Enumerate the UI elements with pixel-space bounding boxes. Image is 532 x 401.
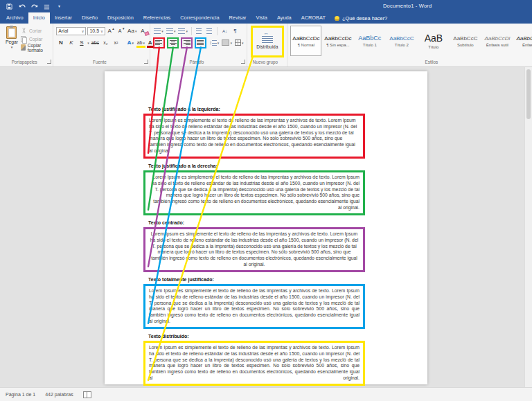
tab-diseño[interactable]: Diseño (77, 12, 103, 24)
tab-inicio[interactable]: Inicio (28, 12, 50, 24)
style--normal[interactable]: AaBbCcDc¶ Normal (290, 26, 321, 56)
vertical-scrollbar[interactable] (524, 67, 532, 387)
underline-button[interactable]: S (77, 38, 86, 47)
tab-vista[interactable]: Vista (251, 12, 272, 24)
increase-indent-icon (206, 28, 212, 34)
copy-label: Copiar (29, 37, 42, 42)
copy-icon (21, 36, 27, 42)
shading-icon (222, 39, 229, 46)
grow-font-button[interactable]: A▲ (107, 26, 116, 35)
format-painter-label: Copiar formato (28, 43, 51, 53)
tab-ayuda[interactable]: Ayuda (272, 12, 296, 24)
align-center-button[interactable] (168, 39, 177, 47)
clear-formatting-button[interactable]: A (138, 26, 147, 35)
style-sample: AaBbCcDc (292, 35, 319, 42)
align-justify-button[interactable] (196, 39, 205, 47)
tab-insertar[interactable]: Insertar (50, 12, 77, 24)
numbered-list-icon (166, 28, 173, 34)
title-bar: ▾ Documento1 - Word (0, 0, 532, 12)
distribuida-button[interactable]: Distribuida (253, 28, 282, 55)
numbering-button[interactable]: ▾ (166, 26, 177, 35)
proofing-icon[interactable] (83, 391, 91, 398)
shrink-font-button[interactable]: A▼ (117, 26, 126, 35)
borders-button[interactable]: ▾ (234, 38, 245, 47)
align-right-button[interactable] (182, 39, 191, 47)
align-left-button[interactable] (154, 39, 163, 47)
tab-correspondencia[interactable]: Correspondencia (175, 12, 224, 24)
style-sample: AaB (425, 33, 443, 44)
window-title: Documento1 - Word (383, 3, 432, 9)
word-count[interactable]: 442 palabras (45, 392, 73, 397)
tab-referencias[interactable]: Referencias (139, 12, 175, 24)
dialog-launcher-icon[interactable] (241, 60, 245, 64)
style-sample: AaBbCcDc (324, 35, 351, 42)
font-name-combo[interactable]: Arial∨ (56, 27, 86, 35)
subscript-button[interactable]: x₂ (101, 38, 110, 47)
style-énfasis[interactable]: AaBbCcDiÉnfasis (513, 26, 532, 56)
show-marks-button[interactable]: ¶ (231, 26, 240, 35)
font-size-combo[interactable]: 10,5∨ (87, 27, 105, 35)
tab-acrobat[interactable]: ACROBAT (296, 12, 330, 24)
scissors-icon (21, 28, 27, 34)
distribuida-highlight-box: Distribuida (251, 26, 284, 57)
text-effects-button[interactable]: A▾ (126, 38, 135, 47)
cut-button[interactable]: Cortar (21, 27, 50, 35)
group-nuevo-grupo: Distribuida Nuevo grupo (247, 24, 287, 66)
section-heading-4: Texto distribuido: (148, 334, 427, 339)
tab-archivo[interactable]: Archivo (1, 12, 28, 24)
style-name: Subtítulo (457, 43, 474, 47)
document-page[interactable]: Texto justificado a la izquierda:Lorem I… (105, 71, 427, 384)
line-spacing-button[interactable]: ↕▾ (209, 38, 220, 47)
italic-button[interactable]: K (66, 38, 76, 47)
scrollbar-thumb[interactable] (526, 69, 531, 119)
sort-button[interactable]: A↓ (220, 26, 229, 35)
superscript-button[interactable]: x² (112, 38, 121, 47)
distribuida-label: Distribuida (256, 44, 278, 49)
text-box-center: Lorem Ipsum es simplemente el texto de r… (143, 227, 365, 272)
change-case-button[interactable]: Aa▾ (127, 26, 136, 35)
underline-dropdown-icon[interactable]: ▾ (87, 41, 89, 45)
style-énfasis-sutil[interactable]: AaBbCcDiÉnfasis sutil (481, 26, 513, 56)
format-painter-button[interactable]: Copiar formato (21, 44, 50, 51)
document-area: Texto justificado a la izquierda:Lorem I… (0, 67, 532, 387)
style-name: Énfasis sutil (486, 43, 508, 47)
bold-button[interactable]: N (56, 38, 65, 47)
redo-icon[interactable] (30, 3, 38, 10)
style-name: ¶ Sin espa... (326, 43, 349, 47)
bullets-button[interactable]: ▾ (153, 26, 164, 35)
paste-button[interactable]: Pegar ▾ (3, 26, 21, 51)
group-label-parrafo: Párrafo (153, 58, 244, 66)
style-título-2[interactable]: AaBbCcCTítulo 2 (386, 26, 417, 56)
chevron-down-icon: ∨ (81, 29, 84, 33)
copy-button[interactable]: Copiar (21, 35, 50, 43)
paste-dropdown-icon[interactable]: ▾ (11, 45, 13, 49)
tell-me-label: ¿Qué desea hacer? (342, 15, 387, 21)
decrease-indent-button[interactable] (195, 26, 204, 35)
page-count[interactable]: Página 1 de 1 (6, 392, 35, 397)
group-estilos: AaBbCcDc¶ NormalAaBbCcDc¶ Sin espa...AaB… (287, 24, 532, 66)
dialog-launcher-icon[interactable] (47, 60, 51, 64)
strikethrough-button[interactable]: abc (91, 38, 100, 47)
distribute-text-icon (262, 35, 273, 43)
tell-me[interactable]: ¿Qué desea hacer? (330, 12, 391, 24)
style-título[interactable]: AaBTítulo (418, 26, 449, 56)
dialog-launcher-icon[interactable] (144, 60, 148, 64)
style-título-1[interactable]: AaBbCcTítulo 1 (354, 26, 385, 56)
tab-revisar[interactable]: Revisar (224, 12, 251, 24)
multilevel-list-icon (178, 28, 185, 34)
group-label-nuevo-grupo: Nuevo grupo (251, 58, 283, 66)
multilevel-list-button[interactable]: ▾ (177, 26, 188, 35)
shading-button[interactable]: ▾ (221, 38, 233, 47)
increase-indent-button[interactable] (205, 26, 214, 35)
save-icon[interactable] (6, 3, 13, 10)
customize-qat-icon[interactable]: ▾ (55, 3, 63, 10)
group-label-fuente: Fuente (56, 58, 147, 66)
style-subtítulo[interactable]: AaBbCcCSubtítulo (450, 26, 481, 56)
tab-disposición[interactable]: Disposición (103, 12, 139, 24)
group-label-portapapeles: Portapapeles (3, 58, 50, 66)
text-box-distribute: Lorem Ipsum es simplemente el texto de r… (143, 341, 365, 386)
touch-mode-icon[interactable] (43, 3, 51, 10)
style--sin-espa-[interactable]: AaBbCcDc¶ Sin espa... (322, 26, 353, 56)
highlight-color-button[interactable]: ab▾ (136, 38, 145, 47)
undo-icon[interactable] (18, 3, 26, 10)
